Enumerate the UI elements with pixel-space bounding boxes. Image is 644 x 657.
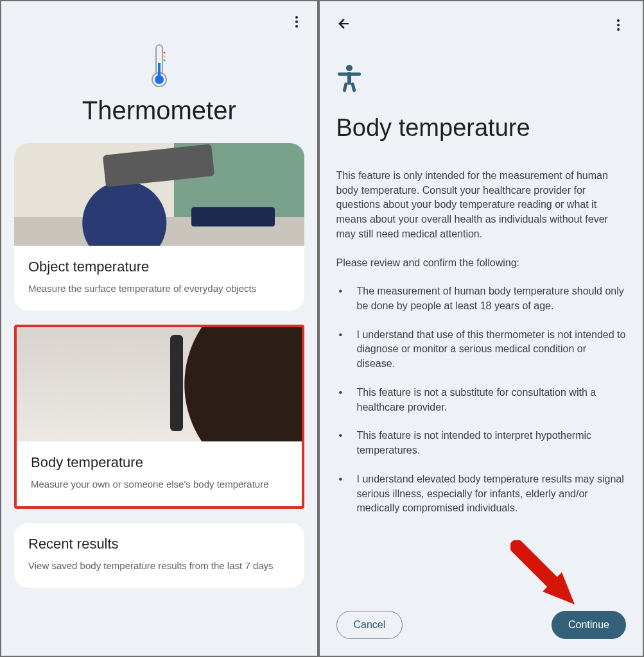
card-title: Body temperature <box>31 454 288 471</box>
right-top-bar <box>336 15 627 35</box>
consent-bullet: I understand that use of this thermomete… <box>336 328 627 371</box>
body-temperature-consent-screen: Body temperature This feature is only in… <box>318 0 645 657</box>
svg-point-7 <box>346 65 352 71</box>
consent-review-prompt: Please review and confirm the following: <box>336 256 627 271</box>
svg-rect-9 <box>338 73 361 76</box>
accessibility-icon <box>336 64 627 95</box>
consent-bullet: This feature is not a substitute for con… <box>336 386 627 414</box>
svg-point-2 <box>155 75 164 84</box>
more-options-icon[interactable] <box>611 17 626 33</box>
card-image-body <box>17 327 302 441</box>
svg-point-4 <box>163 52 165 54</box>
cancel-button[interactable]: Cancel <box>336 611 403 639</box>
svg-rect-11 <box>351 82 356 92</box>
thermometer-icon <box>148 44 170 91</box>
consent-bullet-list: The measurement of human body temperatur… <box>336 284 627 530</box>
svg-marker-12 <box>543 572 575 604</box>
svg-point-5 <box>163 56 165 58</box>
card-title: Object temperature <box>28 259 290 275</box>
page-title: Thermometer <box>82 96 236 125</box>
card-subtitle: Measure the surface temperature of every… <box>28 282 290 295</box>
card-image-object <box>14 143 304 246</box>
card-title: Recent results <box>28 536 290 552</box>
card-object-temperature[interactable]: Object temperature Measure the surface t… <box>14 143 304 311</box>
svg-point-6 <box>163 60 165 62</box>
card-subtitle: View saved body temperature results from… <box>28 559 290 572</box>
card-recent-results[interactable]: Recent results View saved body temperatu… <box>14 523 304 588</box>
back-arrow-icon[interactable] <box>336 16 352 34</box>
left-top-bar <box>14 14 304 30</box>
consent-bullet: I understand elevated body temperature r… <box>336 472 627 516</box>
consent-bullet: This feature is not intended to interpre… <box>336 429 627 457</box>
consent-title: Body temperature <box>336 114 627 142</box>
svg-rect-3 <box>158 63 161 76</box>
more-options-icon[interactable] <box>289 14 304 30</box>
continue-button[interactable]: Continue <box>552 611 626 639</box>
consent-button-row: Cancel Continue <box>336 604 627 639</box>
consent-bullet: The measurement of human body temperatur… <box>336 284 627 313</box>
thermometer-home-screen: Thermometer Object temperature Measure t… <box>0 0 318 657</box>
card-body-temperature[interactable]: Body temperature Measure your own or som… <box>14 325 304 509</box>
card-subtitle: Measure your own or someone else's body … <box>31 477 288 491</box>
consent-intro: This feature is only intended for the me… <box>336 169 627 242</box>
svg-rect-10 <box>342 82 347 92</box>
